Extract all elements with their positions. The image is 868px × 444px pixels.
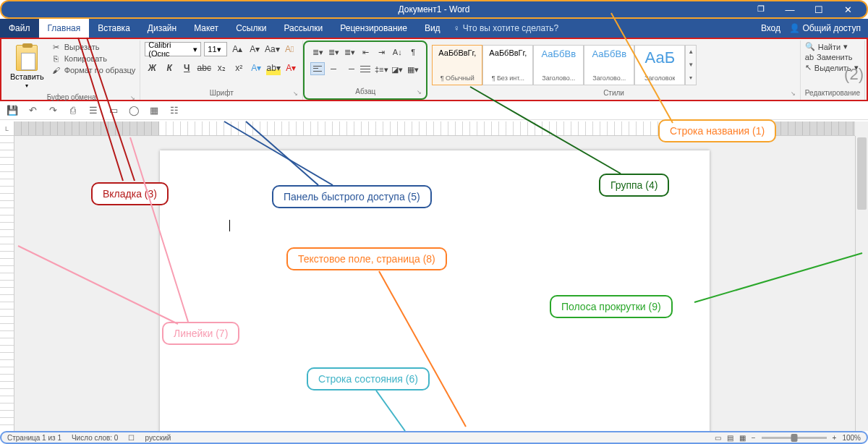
title-bar: Документ1 - Word ❐ — ☐ ✕ [0,0,868,19]
qat-btn[interactable]: ▭ [107,104,120,117]
tab-design[interactable]: Дизайн [139,19,185,38]
view-read-icon[interactable]: ▭ [715,434,721,442]
dialog-launcher-icon[interactable]: ↘ [791,90,796,97]
share-button[interactable]: 👤 Общий доступ [789,23,861,33]
callout-tab: Вкладка (3) [91,182,169,205]
font-color-button[interactable]: A▾ [284,61,298,75]
tab-mailings[interactable]: Рассылки [275,19,331,38]
numbering-button[interactable]: ≣▾ [326,45,341,59]
font-size-select[interactable]: 11▾ [204,42,227,56]
text-effects-button[interactable]: A▾ [249,61,263,75]
vertical-ruler[interactable] [0,136,14,431]
replace-button[interactable]: abЗаменить [805,53,853,61]
style-title[interactable]: АаБЗаголовок [634,45,685,85]
style-normal[interactable]: АаБбВвГг,¶ Обычный [432,45,482,85]
save-button[interactable]: 💾 [6,104,19,117]
align-center-button[interactable] [326,62,341,75]
scroll-thumb[interactable] [857,137,867,210]
tell-me[interactable]: ♀Что вы хотите сделать? [454,19,559,38]
italic-button[interactable]: К [162,61,176,75]
outdent-button[interactable]: ⇤ [358,45,373,59]
line-spacing-button[interactable]: ‡≡▾ [374,62,388,77]
multilevel-button[interactable]: ≣▾ [342,45,357,59]
sort-button[interactable]: A↓ [390,45,404,59]
grow-font-button[interactable]: A▴ [230,42,244,56]
zoom-in-button[interactable]: + [833,434,837,442]
paste-button[interactable]: Вставить▾ [7,42,47,92]
style-no-spacing[interactable]: АаБбВвГг,¶ Без инт... [482,45,533,85]
align-justify-button[interactable] [358,62,373,75]
format-painter-button[interactable]: 🖌Формат по образцу [51,65,136,75]
strike-button[interactable]: abc [197,61,211,75]
status-bar: Страница 1 из 1 Число слов: 0 ☐ русский … [0,431,868,444]
change-case-button[interactable]: Aa▾ [265,42,279,56]
highlight-button[interactable]: ab▾ [266,61,281,75]
vertical-scrollbar[interactable] [855,136,868,431]
brush-icon: 🖌 [51,65,61,75]
tab-references[interactable]: Ссылки [227,19,275,38]
replace-icon: ab [805,53,814,61]
qat-btn[interactable]: ☷ [168,104,181,117]
qat-btn[interactable]: ☰ [87,104,100,117]
group-paragraph: ≣▾ ≣▾ ≣▾ ⇤ ⇥ A↓ ¶ ‡≡▾ ◪▾ ▦▾ Абзац↘ [303,40,427,100]
workspace: L [0,121,868,431]
group-font: Calibri (Оснс▾ 11▾ A▴ A▾ Aa▾ Aͬ Ж К Ч ab… [140,40,303,100]
tab-home[interactable]: Главная [39,19,90,38]
view-web-icon[interactable]: ▦ [739,434,746,442]
redo-button[interactable]: ↷ [46,104,59,117]
qat-btn[interactable]: ⎙ [67,104,80,117]
borders-button[interactable]: ▦▾ [406,62,420,77]
zoom-out-button[interactable]: − [752,434,756,442]
superscript-button[interactable]: x² [231,61,246,75]
indent-button[interactable]: ⇥ [374,45,388,59]
clear-format-button[interactable]: Aͬ [282,42,297,56]
view-print-icon[interactable]: ▤ [727,434,733,442]
close-icon[interactable]: ✕ [833,4,862,15]
font-name-select[interactable]: Calibri (Оснс▾ [145,42,201,56]
login-link[interactable]: Вход [761,23,780,33]
tab-insert[interactable]: Вставка [89,19,139,38]
ribbon: Вставить▾ ✂Вырезать ⎘Копировать 🖌Формат … [0,38,868,101]
dialog-launcher-icon[interactable]: ↘ [130,95,135,101]
dialog-launcher-icon[interactable]: ↘ [293,90,298,97]
dialog-launcher-icon[interactable]: ↘ [417,89,422,95]
callout-collapse: (2) [844,65,864,84]
tab-view[interactable]: Вид [416,19,449,38]
style-heading1[interactable]: АаБбВвЗаголово... [533,45,584,85]
tab-review[interactable]: Рецензирование [331,19,416,38]
proofing-icon[interactable]: ☐ [128,434,135,442]
undo-button[interactable]: ↶ [26,104,39,117]
qat-btn[interactable]: ◯ [127,104,140,117]
bullets-button[interactable]: ≣▾ [310,45,325,59]
shrink-font-button[interactable]: A▾ [247,42,262,56]
language[interactable]: русский [145,434,171,442]
cut-button[interactable]: ✂Вырезать [51,42,136,52]
page-count[interactable]: Страница 1 из 1 [7,434,61,442]
copy-button[interactable]: ⎘Копировать [51,54,136,64]
shading-button[interactable]: ◪▾ [390,62,404,77]
qat-btn[interactable]: ▦ [148,104,161,117]
window-controls: ❐ — ☐ ✕ [746,4,862,15]
zoom-value[interactable]: 100% [842,434,861,442]
bold-button[interactable]: Ж [145,61,159,75]
find-button[interactable]: 🔍Найти ▾ [805,42,848,51]
zoom-slider[interactable] [762,437,827,439]
minimize-icon[interactable]: — [775,4,804,15]
underline-button[interactable]: Ч [179,61,194,75]
align-right-button[interactable] [342,62,357,75]
restore-icon[interactable]: ❐ [746,4,775,15]
styles-more-button[interactable]: ▲▼▾ [685,45,697,85]
tab-file[interactable]: Файл [0,19,39,38]
ribbon-tabs: Файл Главная Вставка Дизайн Макет Ссылки… [0,19,868,38]
tab-layout[interactable]: Макет [185,19,227,38]
callout-group: Группа (4) [599,174,669,197]
scissors-icon: ✂ [51,42,61,52]
page-area[interactable] [14,136,855,431]
subscript-button[interactable]: x₂ [214,61,229,75]
show-marks-button[interactable]: ¶ [406,45,420,59]
search-icon: 🔍 [805,42,815,51]
maximize-icon[interactable]: ☐ [804,4,833,15]
word-count[interactable]: Число слов: 0 [72,434,118,442]
style-heading2[interactable]: АаБбВвЗаголово... [584,45,634,85]
align-left-button[interactable] [310,62,325,75]
